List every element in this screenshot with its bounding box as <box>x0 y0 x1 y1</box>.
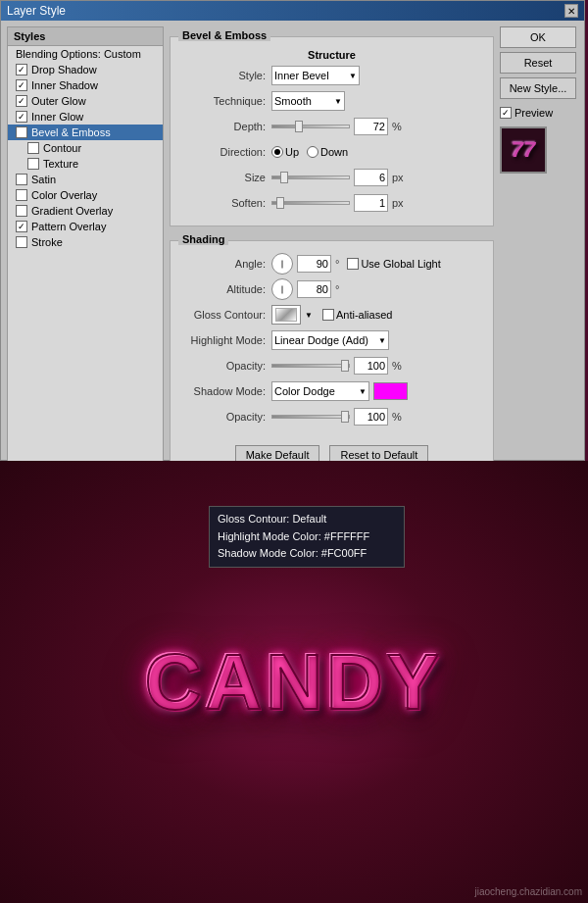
anti-aliased-checkbox[interactable] <box>322 309 334 321</box>
soften-slider[interactable] <box>271 201 350 205</box>
highlight-mode-control: Linear Dodge (Add) ▼ <box>271 330 485 350</box>
depth-input[interactable] <box>354 118 388 135</box>
outer-glow-checkbox[interactable] <box>16 95 27 107</box>
style-row: Style: Inner Bevel ▼ <box>178 65 485 86</box>
soften-slider-thumb[interactable] <box>276 197 284 209</box>
size-input[interactable] <box>354 169 388 186</box>
close-button[interactable]: ✕ <box>564 4 578 18</box>
highlight-mode-label: Highlight Mode: <box>178 334 271 346</box>
altitude-input[interactable] <box>297 280 331 298</box>
highlight-opacity-thumb[interactable] <box>341 360 349 372</box>
texture-checkbox[interactable] <box>27 158 39 170</box>
shadow-opacity-input[interactable] <box>354 408 388 426</box>
use-global-light-label[interactable]: Use Global Light <box>347 258 440 270</box>
preview-label: Preview <box>514 107 553 119</box>
inner-glow-checkbox[interactable] <box>16 111 27 123</box>
pattern-overlay-checkbox[interactable] <box>16 221 27 232</box>
gradient-overlay-checkbox[interactable] <box>16 205 27 217</box>
angle-unit: ° <box>335 258 339 270</box>
right-panel: OK Reset New Style... Preview 77 <box>500 26 578 470</box>
bevel-emboss-label: Bevel & Emboss <box>31 126 111 138</box>
sidebar-item-color-overlay[interactable]: Color Overlay <box>8 187 163 203</box>
style-select[interactable]: Inner Bevel ▼ <box>271 66 360 85</box>
technique-select[interactable]: Smooth ▼ <box>271 91 345 111</box>
color-overlay-checkbox[interactable] <box>16 189 27 201</box>
tooltip-line2: Highlight Mode Color: #FFFFFF <box>218 528 396 546</box>
direction-up-radio[interactable]: Up <box>271 146 299 158</box>
sidebar-item-texture[interactable]: Texture <box>8 156 163 172</box>
altitude-dial[interactable] <box>271 278 293 300</box>
drop-shadow-checkbox[interactable] <box>16 64 27 75</box>
preview-checkbox[interactable] <box>500 107 512 119</box>
highlight-opacity-input[interactable] <box>354 357 388 375</box>
center-panel: Bevel & Emboss Structure Style: Inner Be… <box>170 26 494 470</box>
bevel-emboss-checkbox[interactable] <box>16 126 27 138</box>
anti-aliased-label[interactable]: Anti-aliased <box>322 309 392 321</box>
section-title: Bevel & Emboss <box>178 29 270 41</box>
sidebar-item-gradient-overlay[interactable]: Gradient Overlay <box>8 203 163 219</box>
styles-header: Styles <box>8 27 163 46</box>
shadow-opacity-label: Opacity: <box>178 411 271 423</box>
contour-checkbox[interactable] <box>27 142 39 154</box>
sidebar-item-blending[interactable]: Blending Options: Custom <box>8 46 163 62</box>
satin-checkbox[interactable] <box>16 174 27 185</box>
shadow-mode-row: Shadow Mode: Color Dodge ▼ <box>178 380 485 402</box>
size-unit: px <box>392 172 404 183</box>
size-slider-thumb[interactable] <box>280 172 288 183</box>
highlight-opacity-slider[interactable] <box>271 364 350 368</box>
down-radio-circle[interactable] <box>307 146 318 158</box>
gloss-contour-control: ▼ Anti-aliased <box>271 305 485 325</box>
dialog-title-text: Layer Style <box>7 4 66 18</box>
shadow-opacity-slider[interactable] <box>271 415 350 419</box>
sidebar-item-satin[interactable]: Satin <box>8 172 163 187</box>
size-control: px <box>271 169 485 186</box>
use-global-light-checkbox[interactable] <box>347 258 359 270</box>
gloss-contour-swatch[interactable] <box>271 305 301 325</box>
stroke-checkbox[interactable] <box>16 236 27 248</box>
sidebar-item-inner-shadow[interactable]: Inner Shadow <box>8 77 163 93</box>
up-radio-circle[interactable] <box>271 146 283 158</box>
ok-button[interactable]: OK <box>500 26 576 48</box>
new-style-button[interactable]: New Style... <box>500 77 576 99</box>
depth-slider-thumb[interactable] <box>295 121 303 132</box>
shadow-mode-arrow: ▼ <box>359 387 367 396</box>
altitude-label: Altitude: <box>178 283 271 295</box>
sidebar-item-stroke[interactable]: Stroke <box>8 234 163 250</box>
pattern-overlay-label: Pattern Overlay <box>31 221 106 232</box>
shadow-color-swatch[interactable] <box>373 382 408 400</box>
angle-dial[interactable] <box>271 253 293 275</box>
altitude-row: Altitude: ° <box>178 278 485 300</box>
sidebar-item-outer-glow[interactable]: Outer Glow <box>8 93 163 109</box>
sidebar-item-pattern-overlay[interactable]: Pattern Overlay <box>8 219 163 234</box>
contour-label: Contour <box>43 142 81 154</box>
soften-label: Soften: <box>178 197 271 209</box>
reset-button[interactable]: Reset <box>500 52 576 74</box>
sidebar-item-contour[interactable]: Contour <box>8 140 163 156</box>
direction-row: Direction: Up Down <box>178 141 485 163</box>
depth-slider[interactable] <box>271 125 350 128</box>
style-select-arrow: ▼ <box>349 72 357 80</box>
gloss-contour-arrow[interactable]: ▼ <box>305 311 313 320</box>
sidebar-item-bevel-emboss[interactable]: Bevel & Emboss <box>8 125 163 140</box>
inner-shadow-checkbox[interactable] <box>16 79 27 91</box>
shadow-mode-control: Color Dodge ▼ <box>271 381 485 401</box>
direction-down-radio[interactable]: Down <box>307 146 348 158</box>
inner-glow-label: Inner Glow <box>31 111 83 123</box>
shadow-opacity-thumb[interactable] <box>341 411 349 423</box>
size-slider[interactable] <box>271 176 350 179</box>
sidebar-item-drop-shadow[interactable]: Drop Shadow <box>8 62 163 77</box>
size-row: Size px <box>178 167 485 188</box>
soften-input[interactable] <box>354 194 388 212</box>
color-overlay-label: Color Overlay <box>31 189 97 201</box>
sidebar-item-inner-glow[interactable]: Inner Glow <box>8 109 163 125</box>
angle-input[interactable] <box>297 255 331 273</box>
layer-style-dialog: Layer Style ✕ Styles Blending Options: C… <box>0 0 585 461</box>
shadow-mode-select[interactable]: Color Dodge ▼ <box>271 381 369 401</box>
gloss-contour-label: Gloss Contour: <box>178 309 271 321</box>
angle-control: ° Use Global Light <box>271 253 485 275</box>
angle-row: Angle: ° Use Global Light <box>178 253 485 275</box>
size-label: Size <box>178 172 271 183</box>
highlight-mode-select[interactable]: Linear Dodge (Add) ▼ <box>271 330 389 350</box>
preview-checkbox-container[interactable]: Preview <box>500 107 578 119</box>
drop-shadow-label: Drop Shadow <box>31 64 97 75</box>
